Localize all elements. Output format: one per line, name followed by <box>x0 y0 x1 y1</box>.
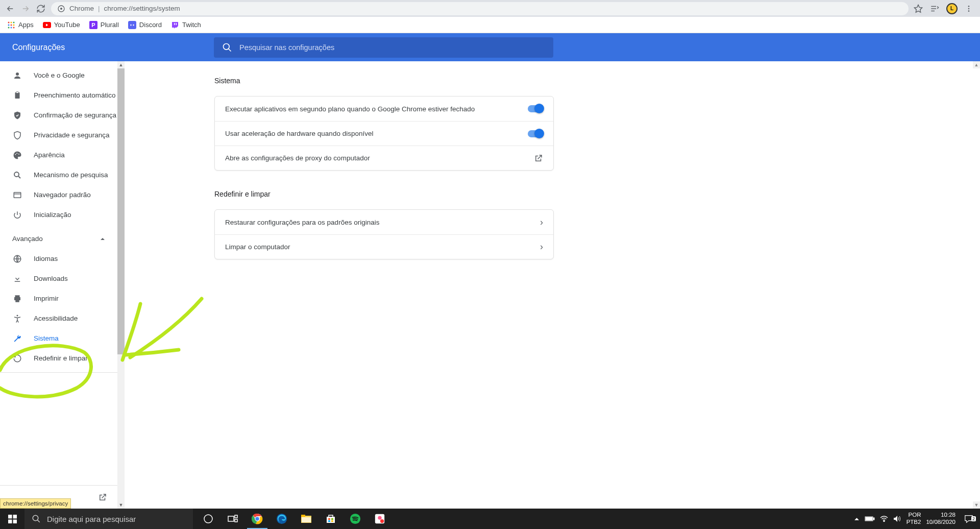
star-icon[interactable] <box>914 4 923 13</box>
svg-point-23 <box>16 73 19 76</box>
browser-icon <box>12 190 22 200</box>
bookmark-label: Plurall <box>101 21 119 29</box>
forward-button[interactable] <box>20 4 31 14</box>
discord-icon <box>128 21 136 29</box>
cortana-icon[interactable] <box>196 509 220 529</box>
taskbar-edge[interactable] <box>270 509 294 529</box>
tray-battery-icon[interactable] <box>865 516 875 522</box>
svg-point-9 <box>11 24 12 26</box>
notif-count: 2 <box>971 516 976 521</box>
tray-notifications[interactable]: 2 <box>961 514 977 523</box>
scrollbar-thumb[interactable] <box>117 68 125 354</box>
sidebar-item-downloads[interactable]: Downloads <box>0 269 117 288</box>
svg-point-13 <box>13 27 15 28</box>
site-info-icon <box>57 5 65 13</box>
scroll-up-icon[interactable]: ▲ <box>119 61 124 68</box>
search-icon <box>12 171 22 180</box>
taskbar-search-input[interactable] <box>47 515 186 523</box>
accessibility-icon <box>12 314 22 323</box>
tray-wifi-icon[interactable] <box>880 516 888 522</box>
sidebar-item-autofill[interactable]: Preenchimento automático <box>0 85 117 105</box>
palette-icon <box>12 151 22 160</box>
setting-hardware-accel[interactable]: Usar aceleração de hardware quando dispo… <box>215 121 553 146</box>
sidebar-item-accessibility[interactable]: Acessibilidade <box>0 308 117 328</box>
toggle-on-icon[interactable] <box>528 130 543 137</box>
bookmark-youtube[interactable]: YouTube <box>43 21 80 29</box>
svg-text:P: P <box>91 22 95 28</box>
main-scrollbar[interactable]: ▲ ▼ <box>973 61 980 509</box>
settings-search[interactable] <box>214 37 553 58</box>
sidebar-item-reset[interactable]: Redefinir e limpar <box>0 348 117 368</box>
svg-rect-48 <box>302 517 311 522</box>
reading-list-icon[interactable] <box>930 4 939 13</box>
taskbar-explorer[interactable] <box>294 509 318 529</box>
tray-clock[interactable]: 10:28 10/08/2020 <box>926 512 955 526</box>
sidebar-item-appearance[interactable]: Aparência <box>0 145 117 165</box>
svg-rect-21 <box>176 23 177 25</box>
setting-label: Limpar o computador <box>225 243 290 251</box>
bookmark-apps[interactable]: Apps <box>7 21 34 29</box>
sidebar-item-startup[interactable]: Inicialização <box>0 205 117 225</box>
bookmark-discord[interactable]: Discord <box>128 21 162 29</box>
taskbar-store[interactable] <box>318 509 343 529</box>
setting-background-apps[interactable]: Executar aplicativos em segundo plano qu… <box>215 97 553 121</box>
chevron-up-icon <box>100 236 105 242</box>
bookmark-twitch[interactable]: Twitch <box>171 21 201 29</box>
sidebar-item-safety-check[interactable]: Confirmação de segurança <box>0 105 117 125</box>
taskbar-search[interactable] <box>24 509 193 529</box>
task-view-icon[interactable] <box>220 509 245 529</box>
sidebar-item-search-engine[interactable]: Mecanismo de pesquisa <box>0 165 117 185</box>
sidebar-item-languages[interactable]: Idiomas <box>0 249 117 269</box>
toggle-on-icon[interactable] <box>528 105 543 112</box>
setting-cleanup[interactable]: Limpar o computador › <box>215 234 553 259</box>
start-button[interactable] <box>0 509 24 529</box>
svg-point-1 <box>60 8 62 10</box>
sidebar-item-system[interactable]: Sistema <box>0 328 117 348</box>
url-prefix: Chrome <box>69 5 94 12</box>
tray-language[interactable]: POR PTB2 <box>906 512 921 526</box>
scroll-up-icon[interactable]: ▲ <box>973 61 980 68</box>
sidebar-label: Inicialização <box>34 211 71 219</box>
sidebar-item-privacy[interactable]: Privacidade e segurança <box>0 125 117 145</box>
setting-label: Restaurar configurações para os padrões … <box>225 219 379 226</box>
tray-volume-icon[interactable] <box>893 515 901 522</box>
link-tooltip: chrome://settings/privacy <box>0 498 71 509</box>
svg-point-3 <box>968 8 970 9</box>
svg-point-4 <box>968 10 970 12</box>
sidebar-label: Navegador padrão <box>34 191 91 199</box>
sidebar-item-default-browser[interactable]: Navegador padrão <box>0 185 117 205</box>
back-button[interactable] <box>5 4 15 14</box>
taskbar-spotify[interactable] <box>343 509 368 529</box>
section-title-reset: Redefinir e limpar <box>214 190 554 198</box>
svg-rect-59 <box>873 518 874 520</box>
twitch-icon <box>171 21 179 29</box>
setting-proxy[interactable]: Abre as configurações de proxy do comput… <box>215 146 553 170</box>
address-bar[interactable]: Chrome | chrome://settings/system <box>51 2 909 15</box>
bookmark-plurall[interactable]: P Plurall <box>89 21 119 29</box>
reload-button[interactable] <box>36 4 46 14</box>
windows-taskbar: POR PTB2 10:28 10/08/2020 2 <box>0 509 980 529</box>
sidebar-section-advanced[interactable]: Avançado <box>0 229 117 249</box>
sidebar-scrollbar[interactable]: ▲ ▼ <box>117 61 125 509</box>
person-icon <box>12 71 22 80</box>
taskbar-app[interactable] <box>368 509 392 529</box>
svg-rect-50 <box>328 518 330 520</box>
search-input[interactable] <box>239 43 545 52</box>
tray-chevron-icon[interactable] <box>854 516 860 522</box>
svg-point-7 <box>13 21 15 23</box>
taskbar-chrome[interactable] <box>245 509 270 529</box>
scroll-down-icon[interactable]: ▼ <box>973 501 980 509</box>
clock-date: 10/08/2020 <box>926 519 955 526</box>
svg-rect-36 <box>13 519 16 523</box>
sidebar-label: Preenchimento automático <box>34 91 116 99</box>
profile-avatar[interactable]: L <box>946 3 958 14</box>
kebab-menu-icon[interactable] <box>965 5 973 13</box>
scroll-down-icon[interactable]: ▼ <box>119 501 124 509</box>
svg-rect-39 <box>228 516 234 521</box>
sidebar-label: Downloads <box>34 275 68 282</box>
sidebar-item-print[interactable]: Imprimir <box>0 288 117 308</box>
svg-point-29 <box>14 172 19 177</box>
external-link-icon[interactable] <box>98 493 107 502</box>
sidebar-item-you-and-google[interactable]: Você e o Google <box>0 65 117 85</box>
setting-restore-defaults[interactable]: Restaurar configurações para os padrões … <box>215 210 553 234</box>
